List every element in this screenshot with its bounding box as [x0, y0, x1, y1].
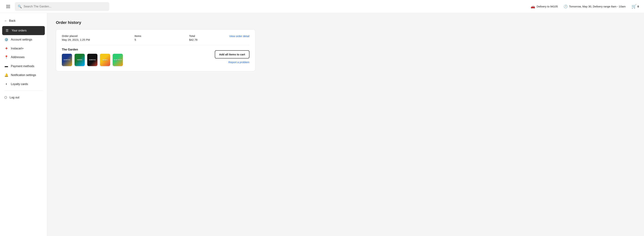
total-col: Total $42.78 [189, 35, 229, 41]
logout-icon: ⬡ [4, 96, 7, 99]
delivery-time-text: Tomorrow, May 30, Delivery range 8am - 1… [569, 5, 626, 8]
cart-button[interactable]: 🛒 0 [632, 4, 639, 9]
view-order-detail-button[interactable]: View order detail [229, 35, 250, 38]
sidebar-item-notification-settings[interactable]: 🔔 Notification settings [0, 71, 47, 80]
sidebar: ← Back ☰ Your orders ⚙️ Account settings… [0, 13, 47, 236]
sidebar-item-your-orders[interactable]: ☰ Your orders [2, 26, 45, 35]
layout: ← Back ☰ Your orders ⚙️ Account settings… [0, 13, 644, 236]
sidebar-item-label-orders: Your orders [12, 29, 26, 32]
product-item-sour-patch: SOUR PATCH [113, 54, 123, 66]
items-value: 5 [134, 38, 175, 41]
add-all-items-button[interactable]: Add all items to cart [215, 50, 250, 58]
order-store-row: The Garden DORITOS NERDS DORITOS [62, 48, 250, 66]
loyalty-icon: ▪ [4, 82, 8, 86]
items-col: Items 5 [134, 35, 175, 41]
cart-icon: 🛒 [632, 4, 636, 9]
delivery-location-text: Delivery to 94105 [536, 5, 558, 8]
order-placed-col: Order placed May 29, 2023, 1:25 PM [62, 35, 102, 41]
total-label: Total [189, 35, 229, 37]
total-value: $42.78 [189, 38, 229, 41]
sidebar-item-account-settings[interactable]: ⚙️ Account settings [0, 35, 47, 44]
sidebar-item-instacart-plus[interactable]: ✚ Instacart+ [0, 44, 47, 53]
search-icon: 🔍 [18, 4, 22, 8]
sidebar-item-label-payment: Payment methods [11, 65, 34, 68]
location-icon: 📍 [4, 55, 8, 59]
order-card: Order placed May 29, 2023, 1:25 PM Items… [56, 29, 256, 71]
bell-icon: 🔔 [4, 73, 8, 77]
header: 🔍 🚗 Delivery to 94105 🕐 Tomorrow, May 30… [0, 0, 644, 13]
product-label-sour-patch: SOUR PATCH [114, 59, 122, 61]
order-store-left: The Garden DORITOS NERDS DORITOS [62, 48, 213, 66]
payment-icon: ▬ [4, 64, 8, 68]
orders-icon: ☰ [5, 29, 9, 33]
sidebar-item-label-instacart: Instacart+ [11, 47, 24, 50]
product-item-nerds: NERDS [74, 54, 85, 66]
sidebar-item-label-notifications: Notification settings [11, 74, 36, 77]
back-label: Back [9, 19, 16, 22]
clock-icon: 🕐 [564, 4, 568, 8]
product-label-mms: M&M's [102, 59, 108, 61]
product-label-doritos-blue: DORITOS [64, 59, 70, 61]
view-detail-col: View order detail [229, 35, 250, 38]
sidebar-divider [4, 91, 43, 91]
logout-label: Log out [10, 96, 19, 99]
back-button[interactable]: ← Back [0, 17, 47, 26]
order-meta: Order placed May 29, 2023, 1:25 PM Items… [62, 35, 250, 41]
product-label-nerds: NERDS [77, 59, 82, 61]
order-items: DORITOS NERDS DORITOS M&M's [62, 54, 213, 66]
product-item-doritos-blue: DORITOS [62, 54, 72, 66]
product-label-doritos-black: DORITOS [89, 59, 96, 61]
store-name: The Garden [62, 48, 213, 51]
items-label: Items [134, 35, 175, 37]
truck-icon: 🚗 [530, 4, 535, 9]
main-content: Order history Order placed May 29, 2023,… [47, 13, 644, 236]
order-divider [62, 45, 250, 45]
plus-icon: ✚ [4, 47, 8, 50]
search-bar: 🔍 [15, 2, 109, 11]
logout-button[interactable]: ⬡ Log out [0, 93, 47, 102]
sidebar-item-addresses[interactable]: 📍 Addresses [0, 53, 47, 62]
search-input[interactable] [24, 5, 106, 8]
back-arrow-icon: ← [4, 19, 7, 22]
report-problem-button[interactable]: Report a problem [228, 61, 250, 64]
delivery-time: 🕐 Tomorrow, May 30, Delivery range 8am -… [564, 4, 626, 8]
order-actions: Add all items to cart Report a problem [213, 50, 250, 64]
order-placed-value: May 29, 2023, 1:25 PM [62, 38, 102, 41]
gear-icon: ⚙️ [4, 38, 8, 42]
sidebar-item-label-account: Account settings [11, 38, 32, 41]
order-placed-label: Order placed [62, 35, 102, 37]
sidebar-item-payment-methods[interactable]: ▬ Payment methods [0, 62, 47, 71]
page-title: Order history [56, 20, 635, 25]
sidebar-item-loyalty-cards[interactable]: ▪ Loyalty cards [0, 80, 47, 89]
hamburger-button[interactable] [5, 4, 11, 9]
header-right: 🚗 Delivery to 94105 🕐 Tomorrow, May 30, … [530, 4, 639, 9]
cart-count: 0 [638, 5, 639, 8]
sidebar-item-label-loyalty: Loyalty cards [11, 83, 28, 86]
sidebar-item-label-addresses: Addresses [11, 56, 25, 59]
delivery-location: 🚗 Delivery to 94105 [530, 4, 558, 9]
product-item-doritos-black: DORITOS [87, 54, 98, 66]
product-item-mms: M&M's [100, 54, 110, 66]
